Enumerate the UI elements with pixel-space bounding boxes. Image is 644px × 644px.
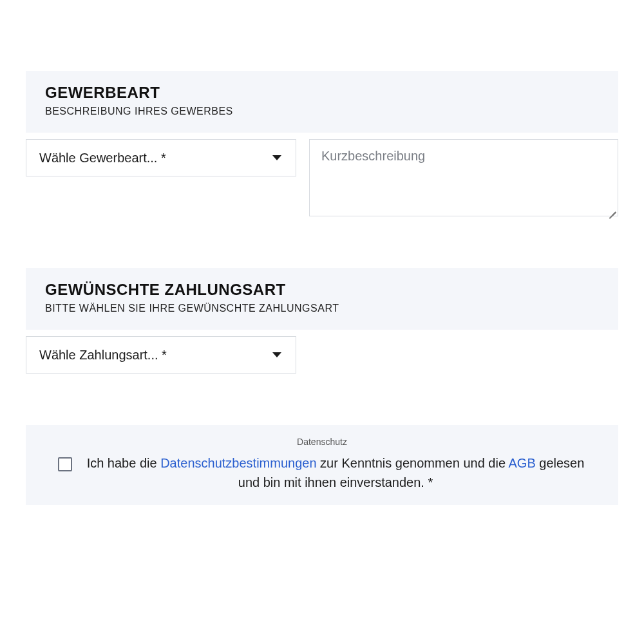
- section-header-zahlungsart: GEWÜNSCHTE ZAHLUNGSART BITTE WÄHLEN SIE …: [26, 268, 618, 330]
- zahlungsart-select[interactable]: Wähle Zahlungsart... *: [26, 336, 296, 374]
- section-title: GEWÜNSCHTE ZAHLUNGSART: [45, 281, 599, 299]
- chevron-down-icon: [272, 352, 281, 357]
- section-subtitle: BITTE WÄHLEN SIE IHRE GEWÜNSCHTE ZAHLUNG…: [45, 303, 599, 314]
- kurzbeschreibung-textarea[interactable]: Kurzbeschreibung: [309, 139, 618, 216]
- consent-text-part: zur Kenntnis genommen und die: [317, 456, 509, 470]
- section-header-gewerbeart: GEWERBEART BESCHREIBUNG IHRES GEWERBES: [26, 71, 618, 133]
- chevron-down-icon: [272, 155, 281, 160]
- zahlungsart-row: Wähle Zahlungsart... *: [26, 336, 618, 374]
- privacy-box: Datenschutz Ich habe die Datenschutzbest…: [26, 425, 618, 505]
- select-label: Wähle Gewerbeart... *: [39, 151, 166, 166]
- section-title: GEWERBEART: [45, 84, 599, 102]
- consent-row: Ich habe die Datenschutzbestimmungen zur…: [45, 453, 599, 492]
- consent-text-part: Ich habe die: [87, 456, 161, 470]
- resize-handle-icon: [606, 204, 616, 214]
- consent-checkbox[interactable]: [58, 457, 72, 471]
- privacy-policy-link[interactable]: Datenschutzbestimmungen: [160, 456, 316, 470]
- select-label: Wähle Zahlungsart... *: [39, 348, 167, 363]
- privacy-heading: Datenschutz: [45, 437, 599, 447]
- section-subtitle: BESCHREIBUNG IHRES GEWERBES: [45, 106, 599, 117]
- gewerbeart-select[interactable]: Wähle Gewerbeart... *: [26, 139, 296, 176]
- consent-text: Ich habe die Datenschutzbestimmungen zur…: [85, 453, 586, 492]
- agb-link[interactable]: AGB: [508, 456, 535, 470]
- textarea-placeholder: Kurzbeschreibung: [321, 149, 425, 163]
- gewerbeart-row: Wähle Gewerbeart... * Kurzbeschreibung: [26, 139, 618, 216]
